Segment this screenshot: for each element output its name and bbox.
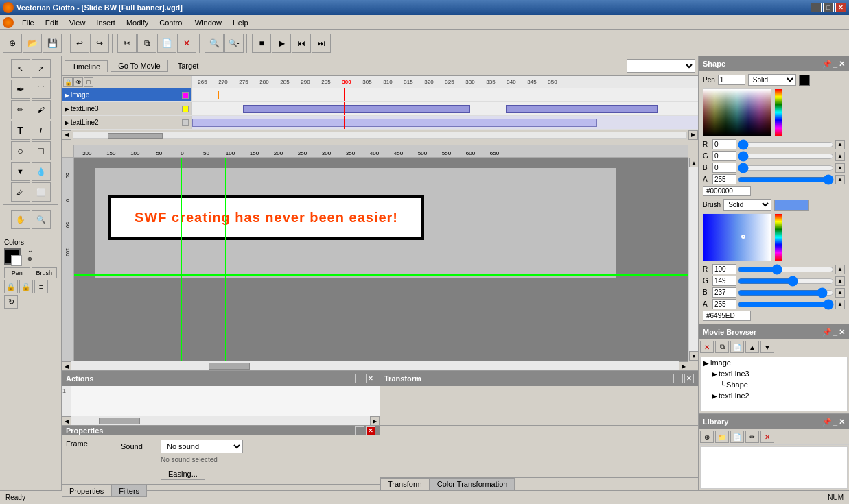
paste-button[interactable]: 📄: [157, 34, 176, 53]
rotate-btn[interactable]: ↻: [4, 295, 18, 309]
brush-color-preview[interactable]: [774, 200, 809, 211]
target-select[interactable]: [627, 59, 695, 73]
oval-tool[interactable]: ○: [11, 141, 30, 160]
menu-control[interactable]: Control: [154, 17, 189, 28]
shape-min-btn[interactable]: _: [833, 60, 837, 69]
brush-a-up[interactable]: ▲: [835, 300, 845, 309]
tab-filters[interactable]: Filters: [111, 485, 147, 497]
menu-window[interactable]: Window: [189, 17, 227, 28]
lock-btn[interactable]: 🔒: [4, 280, 18, 293]
eyedropper-tool[interactable]: 💧: [32, 162, 51, 181]
mb-controls[interactable]: 📌 _ ✕: [822, 328, 845, 337]
lib-delete-btn[interactable]: ✕: [760, 431, 774, 443]
mb-min-btn[interactable]: _: [833, 328, 837, 337]
menu-file[interactable]: File: [16, 17, 40, 28]
g-up[interactable]: ▲: [835, 152, 845, 161]
mb-item-shape[interactable]: └ Shape: [701, 379, 847, 390]
zoom-out-button[interactable]: 🔍-: [224, 34, 244, 53]
tab-properties[interactable]: Properties: [62, 485, 111, 497]
r-slider[interactable]: [738, 141, 834, 148]
lib-min-btn[interactable]: _: [833, 418, 837, 427]
brush-tool[interactable]: 🖌: [32, 100, 51, 119]
menu-insert[interactable]: Insert: [91, 17, 121, 28]
mb-delete-btn[interactable]: ✕: [700, 341, 714, 353]
cut-button[interactable]: ✂: [117, 34, 137, 53]
undo-button[interactable]: ↩: [70, 34, 89, 53]
redo-button[interactable]: ↪: [90, 34, 109, 53]
hand-tool[interactable]: ✋: [11, 210, 30, 229]
goto-movie-button[interactable]: Go To Movie: [111, 60, 168, 72]
menu-edit[interactable]: Edit: [40, 17, 64, 28]
brush-g-input[interactable]: [712, 276, 736, 286]
brush-selector[interactable]: Brush: [32, 267, 58, 278]
maximize-button[interactable]: □: [823, 3, 834, 12]
copy-button[interactable]: ⧉: [137, 34, 156, 53]
prev-frame-button[interactable]: ⏮: [292, 34, 311, 53]
shape-controls[interactable]: 📌 _ ✕: [822, 60, 845, 69]
a-slider[interactable]: [738, 176, 834, 183]
text-tool[interactable]: T: [11, 121, 30, 140]
mb-down-btn[interactable]: ▼: [760, 341, 774, 353]
line-tool[interactable]: /: [32, 121, 51, 140]
easing-button[interactable]: Easing...: [161, 468, 205, 480]
menu-view[interactable]: View: [64, 17, 91, 28]
open-button[interactable]: 📂: [23, 34, 42, 53]
stop-button[interactable]: ■: [252, 34, 271, 53]
layer-label-image[interactable]: ▶ image: [62, 88, 192, 101]
lib-controls[interactable]: 📌 _ ✕: [822, 418, 845, 427]
layer-label-textline3[interactable]: ▶ textLine3: [62, 102, 192, 115]
scroll-v-inner[interactable]: [689, 167, 698, 351]
actions-scroll-left[interactable]: ◀: [62, 416, 71, 426]
brush-b-input[interactable]: [712, 287, 736, 298]
save-button[interactable]: 💾: [43, 34, 62, 53]
lib-close-btn[interactable]: ✕: [839, 418, 845, 427]
props-close-btn[interactable]: ✕: [366, 426, 375, 435]
brush-r-up[interactable]: ▲: [835, 265, 845, 274]
ink-bottle-tool[interactable]: 🖊: [11, 182, 30, 202]
new-button[interactable]: ⊕: [3, 34, 22, 53]
a-input[interactable]: [712, 174, 736, 184]
timeline-scroll-track[interactable]: [73, 132, 687, 139]
mb-close-btn[interactable]: ✕: [839, 328, 845, 337]
zoom-tool[interactable]: 🔍: [32, 210, 51, 229]
play-button[interactable]: ▶: [272, 34, 291, 53]
brush-hex-input[interactable]: [703, 311, 751, 321]
shape-pin-btn[interactable]: 📌: [822, 60, 832, 69]
transform-controls[interactable]: _ ✕: [673, 374, 694, 383]
g-input[interactable]: [712, 151, 736, 161]
mb-item-textline3[interactable]: ▶ textLine3: [701, 368, 847, 379]
pen-color-swatch[interactable]: [4, 248, 21, 265]
color-gradient[interactable]: [703, 88, 771, 136]
hue-slider[interactable]: [774, 88, 782, 136]
fill-color-swatch[interactable]: [11, 255, 22, 266]
library-content[interactable]: [700, 446, 848, 489]
pen-color-preview[interactable]: [799, 75, 810, 86]
title-controls[interactable]: _ □ ✕: [811, 3, 846, 12]
actions-scroll-right[interactable]: ▶: [370, 416, 380, 426]
lib-folder-btn[interactable]: 📁: [715, 431, 729, 443]
rect-tool[interactable]: □: [32, 141, 51, 160]
mb-copy-btn[interactable]: ⧉: [715, 341, 729, 353]
mb-paste-btn[interactable]: 📄: [730, 341, 744, 353]
tab-transform[interactable]: Transform: [380, 478, 430, 490]
actions-controls[interactable]: _ ✕: [355, 374, 375, 383]
sound-select[interactable]: No sound: [161, 440, 243, 453]
actions-min-btn[interactable]: _: [355, 374, 364, 383]
mb-pin-btn[interactable]: 📌: [822, 328, 832, 337]
lasso-tool[interactable]: ⌒: [32, 80, 51, 99]
shape-close-btn[interactable]: ✕: [839, 60, 845, 69]
brush-gradient[interactable]: [703, 213, 771, 261]
brush-b-up[interactable]: ▲: [835, 288, 845, 298]
r-input[interactable]: [712, 139, 736, 149]
layer-outline-icon[interactable]: □: [84, 77, 93, 87]
scroll-h-left[interactable]: ◀: [62, 361, 71, 370]
scroll-h-right[interactable]: ▶: [679, 361, 688, 370]
a-up[interactable]: ▲: [835, 175, 845, 184]
actions-scroll-track[interactable]: [71, 416, 370, 425]
pen-tool[interactable]: ✒: [11, 80, 30, 99]
props-min-btn[interactable]: _: [355, 426, 364, 435]
actions-code-area[interactable]: [71, 386, 380, 416]
brush-r-input[interactable]: [712, 264, 736, 274]
transform-min-btn[interactable]: _: [673, 374, 683, 383]
mb-up-btn[interactable]: ▲: [745, 341, 759, 353]
